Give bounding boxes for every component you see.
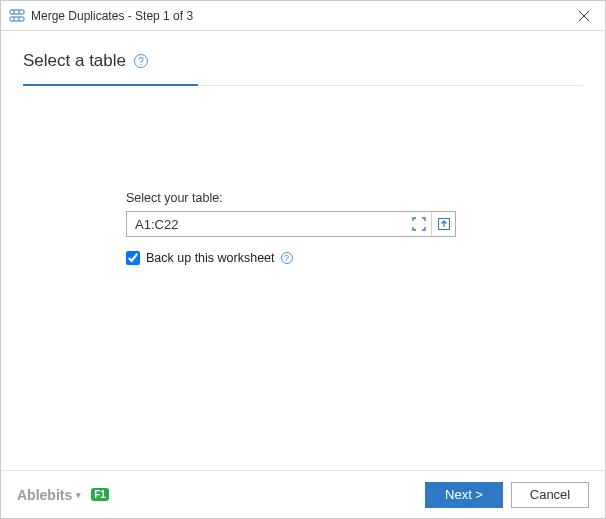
backup-checkbox[interactable] — [126, 251, 140, 265]
help-icon[interactable]: ? — [281, 252, 293, 264]
backup-label[interactable]: Back up this worksheet — [146, 251, 275, 265]
brand-menu[interactable]: Ablebits ▾ — [17, 487, 81, 503]
wizard-footer: Ablebits ▾ F1 Next > Cancel — [1, 470, 605, 518]
range-input[interactable] — [127, 212, 407, 236]
close-button[interactable] — [563, 1, 605, 30]
tab-underline — [23, 85, 583, 86]
help-icon[interactable]: ? — [134, 54, 148, 68]
range-label: Select your table: — [126, 191, 456, 205]
expand-range-button[interactable] — [431, 212, 455, 236]
select-range-icon — [412, 217, 426, 231]
wizard-header: Select a table ? — [1, 31, 605, 96]
backup-row: Back up this worksheet ? — [126, 251, 456, 265]
expand-icon — [437, 217, 451, 231]
next-button[interactable]: Next > — [425, 482, 503, 508]
window-title: Merge Duplicates - Step 1 of 3 — [31, 9, 193, 23]
select-range-button[interactable] — [407, 212, 431, 236]
page-title: Select a table — [23, 51, 126, 71]
cancel-button[interactable]: Cancel — [511, 482, 589, 508]
range-field — [126, 211, 456, 237]
app-icon — [9, 8, 25, 24]
brand-label: Ablebits — [17, 487, 72, 503]
svg-rect-0 — [10, 10, 24, 14]
form-area: Select your table: Back up this wo — [126, 191, 456, 265]
titlebar: Merge Duplicates - Step 1 of 3 — [1, 1, 605, 31]
help-key-badge[interactable]: F1 — [91, 488, 109, 501]
dialog-window: Merge Duplicates - Step 1 of 3 Select a … — [0, 0, 606, 519]
wizard-body: Select your table: Back up this wo — [1, 96, 605, 470]
svg-rect-1 — [10, 17, 24, 21]
close-icon — [579, 11, 589, 21]
chevron-down-icon: ▾ — [76, 490, 81, 500]
